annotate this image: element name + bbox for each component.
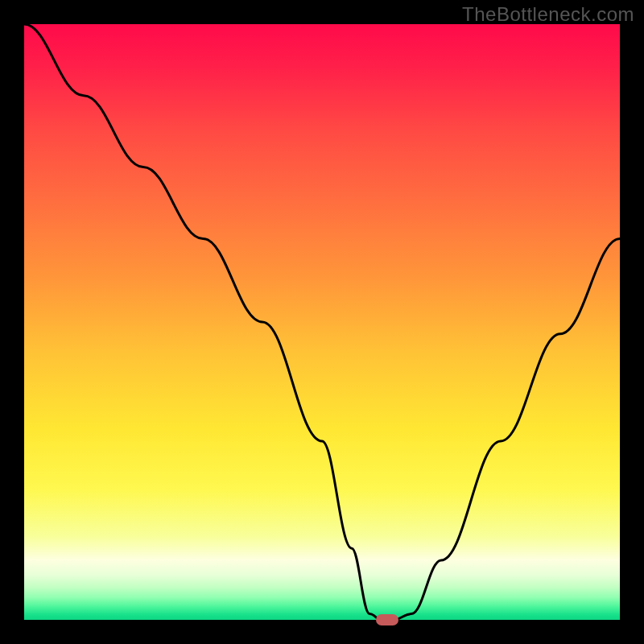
bottleneck-curve [24, 24, 620, 620]
chart-frame: TheBottleneck.com [0, 0, 644, 644]
plot-area [24, 24, 620, 620]
optimal-marker [376, 614, 398, 625]
curve-path [24, 24, 620, 620]
watermark-text: TheBottleneck.com [462, 3, 634, 26]
